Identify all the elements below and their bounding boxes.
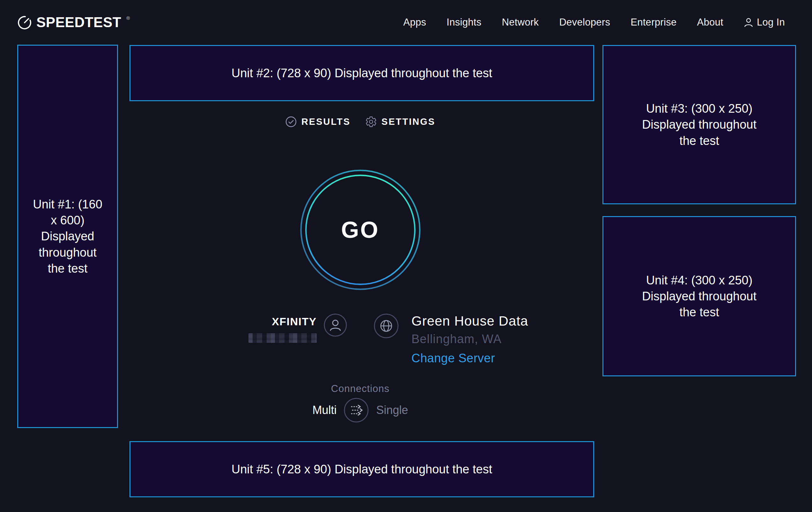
- nav-item-developers[interactable]: Developers: [559, 17, 610, 28]
- test-stage: RESULTS SETTINGS: [118, 45, 603, 512]
- connections-single-option[interactable]: Single: [376, 403, 408, 417]
- nav-item-enterprise[interactable]: Enterprise: [631, 17, 676, 28]
- connections-toggle-row: Multi Single: [118, 397, 603, 423]
- trademark-mark: ®: [126, 15, 130, 21]
- isp-info: XFINITY: [249, 314, 347, 343]
- top-nav-bar: SPEEDTEST ® Apps Insights Network Develo…: [0, 0, 812, 45]
- stage-tabs: RESULTS SETTINGS: [118, 116, 603, 128]
- ad-unit-4-text: Unit #4: (300 x 250) Displayed throughou…: [635, 272, 763, 320]
- speedtest-logo[interactable]: SPEEDTEST ®: [17, 15, 129, 30]
- change-server-link[interactable]: Change Server: [411, 351, 528, 365]
- ad-unit-1-text: Unit #1: (160 x 600) Displayed throughou…: [32, 196, 103, 276]
- login-label: Log In: [757, 17, 785, 28]
- ad-unit-3-text: Unit #3: (300 x 250) Displayed throughou…: [635, 101, 763, 149]
- tab-results[interactable]: RESULTS: [285, 116, 350, 128]
- tab-settings[interactable]: SETTINGS: [365, 116, 435, 128]
- go-button-label: GO: [298, 168, 422, 292]
- tab-settings-label: SETTINGS: [381, 116, 435, 127]
- gear-icon: [365, 116, 377, 128]
- connections-multi-option[interactable]: Multi: [312, 403, 337, 417]
- go-button[interactable]: GO: [298, 168, 422, 292]
- ad-unit-1-skyscraper[interactable]: Unit #1: (160 x 600) Displayed throughou…: [17, 45, 118, 428]
- nav-item-network[interactable]: Network: [502, 17, 539, 28]
- tab-results-label: RESULTS: [301, 116, 350, 127]
- server-info: Green House Data Bellingham, WA Change S…: [374, 314, 528, 365]
- nav-item-apps[interactable]: Apps: [403, 17, 426, 28]
- nav-item-insights[interactable]: Insights: [446, 17, 481, 28]
- isp-ip-redacted: [249, 333, 317, 343]
- isp-avatar-icon[interactable]: [324, 314, 347, 337]
- server-text-column: Green House Data Bellingham, WA Change S…: [411, 314, 528, 365]
- brand-name: SPEEDTEST: [36, 15, 121, 30]
- isp-name: XFINITY: [272, 315, 317, 328]
- server-name: Green House Data: [411, 314, 528, 328]
- gauge-icon: [17, 15, 32, 30]
- connections-mode-icon[interactable]: [344, 397, 369, 423]
- server-location: Bellingham, WA: [411, 332, 528, 346]
- check-circle-icon: [285, 116, 297, 128]
- ad-unit-4-rectangle[interactable]: Unit #4: (300 x 250) Displayed throughou…: [603, 216, 796, 376]
- globe-icon[interactable]: [374, 314, 399, 339]
- speedtest-page: SPEEDTEST ® Apps Insights Network Develo…: [0, 0, 812, 512]
- nav-item-about[interactable]: About: [697, 17, 723, 28]
- login-button[interactable]: Log In: [744, 17, 785, 28]
- user-icon: [744, 17, 753, 27]
- main-nav: Apps Insights Network Developers Enterpr…: [403, 17, 785, 28]
- isp-text-column: XFINITY: [249, 314, 317, 343]
- connections-label: Connections: [118, 383, 603, 395]
- ad-unit-3-rectangle[interactable]: Unit #3: (300 x 250) Displayed throughou…: [603, 45, 796, 204]
